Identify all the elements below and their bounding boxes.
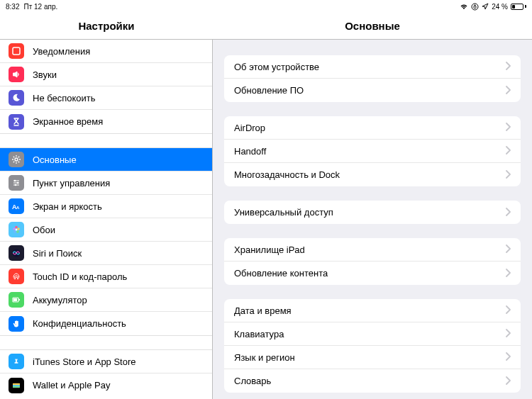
sidebar-group: iTunes Store и App StoreWallet и Apple P… (0, 349, 212, 397)
sidebar-item-wallet[interactable]: Wallet и Apple Pay (0, 373, 212, 397)
detail-pane[interactable]: Об этом устройствеОбновление ПОAirDropHa… (213, 40, 532, 399)
detail-row[interactable]: Язык и регион (224, 346, 521, 369)
detail-group: Универсальный доступ (224, 201, 521, 224)
chevron-right-icon (505, 304, 511, 317)
battery-percentage: 24 % (492, 3, 508, 11)
sidebar-item-general[interactable]: Основные (0, 148, 212, 172)
svg-rect-21 (13, 385, 20, 386)
sidebar-item-wallpaper[interactable]: Обои (0, 218, 212, 242)
sidebar-item-label: Экран и яркость (33, 201, 102, 212)
sidebar-item-label: Экранное время (33, 116, 103, 127)
sidebar-item-battery[interactable]: Аккумулятор (0, 288, 212, 312)
chevron-right-icon (505, 169, 511, 181)
detail-row-label: Хранилище iPad (234, 245, 305, 255)
sidebar-item-notifications[interactable]: Уведомления (0, 40, 212, 63)
detail-row-label: Handoff (234, 146, 266, 157)
detail-row-label: Об этом устройстве (234, 62, 319, 72)
detail-row[interactable]: Многозадачность и Dock (224, 163, 521, 186)
detail-row[interactable]: Обновление контента (224, 262, 521, 285)
title-bar: Настройки Основные (0, 13, 532, 40)
detail-row-label: Универсальный доступ (234, 207, 333, 218)
chevron-right-icon (505, 267, 511, 280)
detail-row-label: Словарь (234, 376, 271, 386)
chevron-right-icon (505, 375, 511, 388)
svg-point-12 (13, 230, 16, 233)
detail-row-label: Многозадачность и Dock (234, 169, 340, 180)
detail-row[interactable]: Универсальный доступ (224, 201, 521, 224)
detail-row[interactable]: Дата и время (224, 299, 521, 322)
detail-group: Об этом устройствеОбновление ПО (224, 55, 521, 102)
svg-rect-22 (13, 386, 20, 388)
svg-rect-20 (13, 383, 20, 385)
sidebar-group-spacer (0, 335, 212, 349)
sidebar-item-label: Wallet и Apple Pay (33, 380, 110, 390)
svg-text:A: A (16, 206, 20, 210)
svg-point-10 (17, 227, 20, 230)
detail-row-label: Язык и регион (234, 352, 295, 363)
gear-icon (9, 152, 24, 167)
sidebar-item-screentime[interactable]: Экранное время (0, 110, 212, 133)
sidebar-group-spacer (0, 133, 212, 147)
moon-icon (9, 90, 24, 106)
detail-row[interactable]: Обновление ПО (224, 79, 521, 102)
wallet-icon (9, 378, 24, 393)
svg-point-13 (13, 227, 16, 230)
detail-row[interactable]: Словарь (224, 369, 521, 393)
detail-group: Хранилище iPadОбновление контента (224, 238, 521, 285)
detail-row-label: Обновление ПО (234, 85, 304, 96)
sidebar-item-touchid[interactable]: Touch ID и код-пароль (0, 265, 212, 288)
chevron-right-icon (505, 206, 511, 219)
detail-row-label: Дата и время (234, 305, 292, 316)
status-date: Пт 12 апр. (23, 3, 57, 11)
sidebar-item-label: iTunes Store и App Store (33, 356, 136, 367)
chevron-right-icon (505, 121, 511, 134)
sidebar-item-label: Siri и Поиск (33, 248, 82, 259)
chevron-right-icon (505, 327, 511, 340)
svg-point-11 (16, 230, 19, 233)
detail-group: Дата и времяКлавиатураЯзык и регионСлова… (224, 299, 521, 393)
chevron-right-icon (505, 145, 511, 157)
sidebar-item-itunes[interactable]: iTunes Store и App Store (0, 350, 212, 373)
detail-row-label: AirDrop (234, 123, 265, 133)
sidebar-item-siri[interactable]: Siri и Поиск (0, 242, 212, 265)
sidebar-item-display[interactable]: AAЭкран и яркость (0, 195, 212, 218)
sidebar-group: УведомленияЗвукиНе беспокоитьЭкранное вр… (0, 40, 212, 133)
chevron-right-icon (505, 84, 511, 97)
sidebar-item-sounds[interactable]: Звуки (0, 63, 212, 86)
detail-group: AirDropHandoffМногозадачность и Dock (224, 116, 521, 186)
detail-title: Основные (213, 13, 532, 39)
detail-row[interactable]: Об этом устройстве (224, 55, 521, 79)
detail-row-label: Клавиатура (234, 329, 284, 339)
sidebar-item-label: Не беспокоить (33, 93, 96, 103)
status-time: 8:32 (6, 3, 19, 11)
chevron-right-icon (505, 351, 511, 364)
status-bar: 8:32 Пт 12 апр. 24 % (0, 0, 532, 13)
sidebar-title: Настройки (0, 13, 213, 39)
sidebar-item-label: Пункт управления (33, 178, 110, 189)
sidebar-item-dnd[interactable]: Не беспокоить (0, 86, 212, 110)
svg-point-4 (17, 182, 19, 184)
svg-rect-17 (13, 298, 17, 301)
svg-point-3 (14, 180, 16, 182)
svg-point-2 (15, 158, 18, 161)
notifications-icon (9, 43, 24, 59)
sidebar-item-label: Уведомления (33, 46, 90, 57)
sidebar-item-label: Основные (33, 154, 77, 165)
sidebar-item-controlcenter[interactable]: Пункт управления (0, 172, 212, 195)
settings-sidebar[interactable]: УведомленияЗвукиНе беспокоитьЭкранное вр… (0, 40, 213, 399)
detail-row[interactable]: Хранилище iPad (224, 238, 521, 262)
textsize-icon: AA (9, 198, 24, 214)
battery-icon (9, 292, 24, 308)
appstore-icon (9, 354, 24, 369)
detail-row[interactable]: Клавиатура (224, 322, 521, 346)
battery-icon (511, 4, 526, 10)
sliders-icon (9, 175, 24, 191)
chevron-right-icon (505, 243, 511, 256)
detail-row[interactable]: Handoff (224, 140, 521, 163)
sidebar-item-privacy[interactable]: Конфиденциальность (0, 312, 212, 335)
sidebar-item-label: Звуки (33, 69, 57, 80)
sounds-icon (9, 67, 24, 82)
flower-icon (9, 222, 24, 237)
svg-rect-16 (19, 299, 21, 300)
detail-row[interactable]: AirDrop (224, 116, 521, 140)
